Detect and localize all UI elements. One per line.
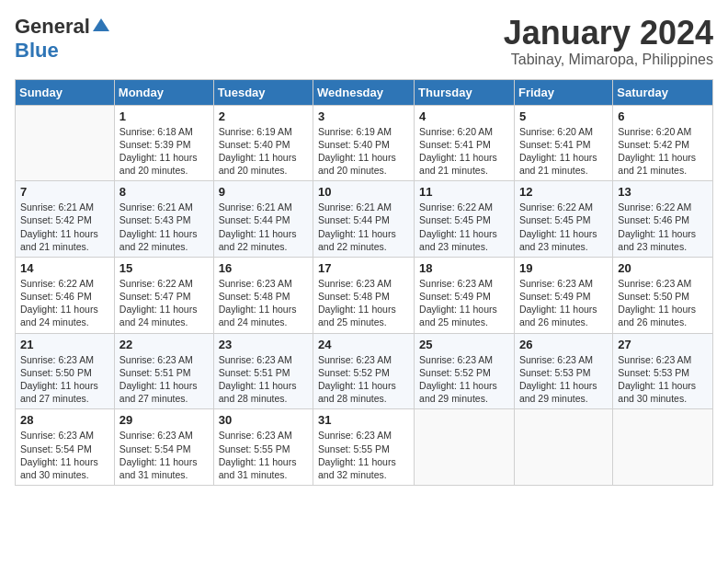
- day-number: 16: [219, 261, 308, 275]
- cell-content: Sunrise: 6:23 AMSunset: 5:48 PMDaylight:…: [318, 278, 396, 328]
- calendar-week-row: 7Sunrise: 6:21 AMSunset: 5:42 PMDaylight…: [16, 181, 713, 258]
- calendar-cell: 29Sunrise: 6:23 AMSunset: 5:54 PMDayligh…: [114, 409, 213, 486]
- cell-content: Sunrise: 6:22 AMSunset: 5:46 PMDaylight:…: [618, 201, 696, 252]
- day-number: 4: [419, 109, 509, 123]
- cell-content: Sunrise: 6:18 AMSunset: 5:39 PMDaylight:…: [119, 126, 198, 177]
- cell-content: Sunrise: 6:23 AMSunset: 5:51 PMDaylight:…: [119, 354, 198, 405]
- day-of-week-header: Tuesday: [213, 79, 313, 105]
- calendar-cell: 25Sunrise: 6:23 AMSunset: 5:52 PMDayligh…: [415, 333, 515, 409]
- cell-content: Sunrise: 6:23 AMSunset: 5:49 PMDaylight:…: [419, 278, 497, 328]
- day-number: 23: [219, 338, 308, 351]
- cell-content: Sunrise: 6:23 AMSunset: 5:55 PMDaylight:…: [318, 430, 396, 480]
- calendar-cell: 8Sunrise: 6:21 AMSunset: 5:43 PMDaylight…: [114, 181, 213, 258]
- cell-content: Sunrise: 6:23 AMSunset: 5:48 PMDaylight:…: [219, 278, 297, 328]
- day-number: 27: [618, 338, 708, 351]
- calendar-cell: 6Sunrise: 6:20 AMSunset: 5:42 PMDaylight…: [613, 105, 713, 181]
- day-of-week-header: Saturday: [613, 79, 713, 105]
- cell-content: Sunrise: 6:23 AMSunset: 5:54 PMDaylight:…: [119, 430, 198, 480]
- calendar-cell: 18Sunrise: 6:23 AMSunset: 5:49 PMDayligh…: [415, 257, 515, 333]
- day-number: 5: [519, 109, 608, 123]
- cell-content: Sunrise: 6:20 AMSunset: 5:41 PMDaylight:…: [419, 126, 497, 177]
- calendar-cell: [613, 409, 713, 486]
- day-number: 19: [519, 261, 608, 275]
- cell-content: Sunrise: 6:23 AMSunset: 5:53 PMDaylight:…: [519, 354, 597, 405]
- day-number: 11: [419, 185, 509, 199]
- calendar-week-row: 14Sunrise: 6:22 AMSunset: 5:46 PMDayligh…: [16, 257, 713, 333]
- calendar-cell: [415, 409, 515, 486]
- calendar-cell: 24Sunrise: 6:23 AMSunset: 5:52 PMDayligh…: [313, 333, 415, 409]
- calendar-cell: 21Sunrise: 6:23 AMSunset: 5:50 PMDayligh…: [16, 333, 115, 409]
- calendar-cell: 14Sunrise: 6:22 AMSunset: 5:46 PMDayligh…: [16, 257, 115, 333]
- logo: General Blue: [15, 15, 109, 63]
- calendar-cell: 17Sunrise: 6:23 AMSunset: 5:48 PMDayligh…: [313, 257, 415, 333]
- calendar-cell: 1Sunrise: 6:18 AMSunset: 5:39 PMDaylight…: [114, 105, 213, 181]
- cell-content: Sunrise: 6:20 AMSunset: 5:41 PMDaylight:…: [519, 126, 597, 177]
- day-of-week-header: Thursday: [415, 79, 515, 105]
- calendar-cell: 26Sunrise: 6:23 AMSunset: 5:53 PMDayligh…: [514, 333, 612, 409]
- logo-blue-text: Blue: [15, 39, 59, 62]
- calendar-week-row: 28Sunrise: 6:23 AMSunset: 5:54 PMDayligh…: [16, 409, 713, 486]
- day-number: 8: [119, 185, 209, 199]
- cell-content: Sunrise: 6:23 AMSunset: 5:52 PMDaylight:…: [419, 354, 497, 405]
- calendar-header-row: SundayMondayTuesdayWednesdayThursdayFrid…: [16, 79, 713, 105]
- day-of-week-header: Friday: [514, 79, 612, 105]
- calendar-cell: 19Sunrise: 6:23 AMSunset: 5:49 PMDayligh…: [514, 257, 612, 333]
- cell-content: Sunrise: 6:19 AMSunset: 5:40 PMDaylight:…: [219, 126, 297, 177]
- cell-content: Sunrise: 6:23 AMSunset: 5:50 PMDaylight:…: [618, 278, 696, 328]
- cell-content: Sunrise: 6:23 AMSunset: 5:50 PMDaylight:…: [20, 354, 98, 405]
- day-number: 21: [20, 338, 109, 351]
- title-area: January 2024 Tabinay, Mimaropa, Philippi…: [504, 15, 713, 68]
- page-header: General Blue January 2024 Tabinay, Mimar…: [15, 15, 713, 68]
- calendar-cell: 12Sunrise: 6:22 AMSunset: 5:45 PMDayligh…: [514, 181, 612, 258]
- day-number: 25: [419, 338, 509, 351]
- calendar-cell: [514, 409, 612, 486]
- cell-content: Sunrise: 6:23 AMSunset: 5:54 PMDaylight:…: [20, 430, 98, 480]
- calendar-cell: 13Sunrise: 6:22 AMSunset: 5:46 PMDayligh…: [613, 181, 713, 258]
- calendar-cell: 10Sunrise: 6:21 AMSunset: 5:44 PMDayligh…: [313, 181, 415, 258]
- month-title: January 2024: [504, 15, 713, 52]
- day-number: 30: [219, 413, 308, 427]
- day-number: 13: [618, 185, 708, 199]
- day-number: 17: [318, 261, 409, 275]
- calendar-cell: 9Sunrise: 6:21 AMSunset: 5:44 PMDaylight…: [213, 181, 313, 258]
- cell-content: Sunrise: 6:20 AMSunset: 5:42 PMDaylight:…: [618, 126, 696, 177]
- cell-content: Sunrise: 6:23 AMSunset: 5:53 PMDaylight:…: [618, 354, 696, 405]
- day-number: 31: [318, 413, 409, 427]
- logo-general-text: General: [15, 15, 90, 39]
- calendar-cell: 3Sunrise: 6:19 AMSunset: 5:40 PMDaylight…: [313, 105, 415, 181]
- day-number: 20: [618, 261, 708, 275]
- day-number: 22: [119, 338, 209, 351]
- day-of-week-header: Sunday: [16, 79, 115, 105]
- day-number: 29: [119, 413, 209, 427]
- day-number: 7: [20, 185, 109, 199]
- day-number: 15: [119, 261, 209, 275]
- cell-content: Sunrise: 6:22 AMSunset: 5:45 PMDaylight:…: [519, 201, 597, 252]
- cell-content: Sunrise: 6:23 AMSunset: 5:49 PMDaylight:…: [519, 278, 597, 328]
- calendar-cell: 23Sunrise: 6:23 AMSunset: 5:51 PMDayligh…: [213, 333, 313, 409]
- cell-content: Sunrise: 6:23 AMSunset: 5:52 PMDaylight:…: [318, 354, 396, 405]
- calendar-cell: 15Sunrise: 6:22 AMSunset: 5:47 PMDayligh…: [114, 257, 213, 333]
- day-number: 6: [618, 109, 708, 123]
- calendar-cell: 2Sunrise: 6:19 AMSunset: 5:40 PMDaylight…: [213, 105, 313, 181]
- day-number: 26: [519, 338, 608, 351]
- cell-content: Sunrise: 6:21 AMSunset: 5:44 PMDaylight:…: [318, 201, 396, 252]
- cell-content: Sunrise: 6:22 AMSunset: 5:47 PMDaylight:…: [119, 278, 198, 328]
- calendar-cell: 27Sunrise: 6:23 AMSunset: 5:53 PMDayligh…: [613, 333, 713, 409]
- calendar-cell: 30Sunrise: 6:23 AMSunset: 5:55 PMDayligh…: [213, 409, 313, 486]
- day-number: 28: [20, 413, 109, 427]
- day-number: 24: [318, 338, 409, 351]
- day-number: 3: [318, 109, 409, 123]
- cell-content: Sunrise: 6:21 AMSunset: 5:42 PMDaylight:…: [20, 201, 98, 252]
- logo-triangle-icon: [93, 17, 109, 37]
- calendar-cell: 16Sunrise: 6:23 AMSunset: 5:48 PMDayligh…: [213, 257, 313, 333]
- day-number: 2: [219, 109, 308, 123]
- calendar-week-row: 21Sunrise: 6:23 AMSunset: 5:50 PMDayligh…: [16, 333, 713, 409]
- calendar-cell: 31Sunrise: 6:23 AMSunset: 5:55 PMDayligh…: [313, 409, 415, 486]
- day-of-week-header: Monday: [114, 79, 213, 105]
- day-number: 18: [419, 261, 509, 275]
- calendar-cell: [16, 105, 115, 181]
- calendar-cell: 20Sunrise: 6:23 AMSunset: 5:50 PMDayligh…: [613, 257, 713, 333]
- day-number: 14: [20, 261, 109, 275]
- calendar-cell: 28Sunrise: 6:23 AMSunset: 5:54 PMDayligh…: [16, 409, 115, 486]
- calendar-cell: 11Sunrise: 6:22 AMSunset: 5:45 PMDayligh…: [415, 181, 515, 258]
